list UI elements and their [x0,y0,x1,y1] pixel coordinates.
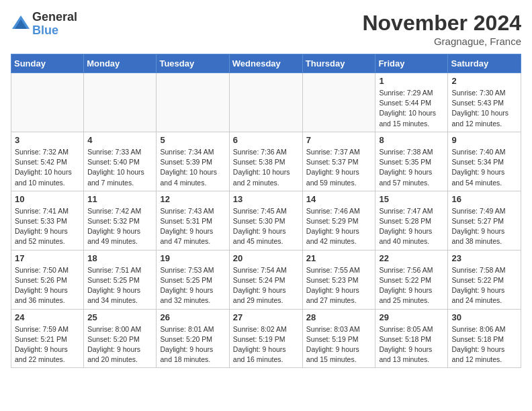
table-row: 9Sunrise: 7:40 AM Sunset: 5:34 PM Daylig… [448,132,521,191]
day-number: 7 [306,135,372,145]
table-row: 23Sunrise: 7:58 AM Sunset: 5:22 PM Dayli… [448,250,521,309]
day-info: Sunrise: 7:46 AM Sunset: 5:29 PM Dayligh… [306,206,372,247]
day-info: Sunrise: 7:56 AM Sunset: 5:22 PM Dayligh… [379,265,444,306]
day-info: Sunrise: 7:43 AM Sunset: 5:31 PM Dayligh… [160,206,225,247]
day-info: Sunrise: 7:29 AM Sunset: 5:44 PM Dayligh… [379,88,444,129]
day-info: Sunrise: 7:54 AM Sunset: 5:24 PM Dayligh… [233,265,299,306]
day-number: 23 [451,253,517,263]
table-row: 29Sunrise: 8:05 AM Sunset: 5:18 PM Dayli… [375,309,448,368]
location-title: Gragnague, France [362,36,521,47]
day-info: Sunrise: 7:36 AM Sunset: 5:38 PM Dayligh… [233,147,299,188]
day-number: 25 [87,312,152,322]
day-number: 21 [306,253,372,263]
day-info: Sunrise: 7:41 AM Sunset: 5:33 PM Dayligh… [15,206,80,247]
calendar: Sunday Monday Tuesday Wednesday Thursday… [11,54,521,368]
table-row: 4Sunrise: 7:33 AM Sunset: 5:40 PM Daylig… [84,132,157,191]
day-info: Sunrise: 7:30 AM Sunset: 5:43 PM Dayligh… [451,88,517,129]
day-number: 9 [451,135,517,145]
table-row: 8Sunrise: 7:38 AM Sunset: 5:35 PM Daylig… [375,132,448,191]
day-info: Sunrise: 7:34 AM Sunset: 5:39 PM Dayligh… [160,147,225,188]
day-number: 4 [87,135,152,145]
header-monday: Monday [84,54,157,73]
day-info: Sunrise: 7:55 AM Sunset: 5:23 PM Dayligh… [306,265,372,306]
day-info: Sunrise: 7:50 AM Sunset: 5:26 PM Dayligh… [15,265,80,306]
day-number: 16 [451,194,517,204]
day-number: 28 [306,312,372,322]
title-area: November 2024 Gragnague, France [362,11,521,47]
day-info: Sunrise: 7:45 AM Sunset: 5:30 PM Dayligh… [233,206,299,247]
header-thursday: Thursday [302,54,375,73]
table-row: 17Sunrise: 7:50 AM Sunset: 5:26 PM Dayli… [11,250,84,309]
day-number: 14 [306,194,372,204]
logo: General Blue [11,11,77,38]
header-tuesday: Tuesday [157,54,229,73]
calendar-header-row: Sunday Monday Tuesday Wednesday Thursday… [11,54,521,73]
table-row [302,73,375,132]
logo-blue: Blue [32,24,77,38]
logo-icon [11,14,31,34]
table-row: 25Sunrise: 8:00 AM Sunset: 5:20 PM Dayli… [84,309,157,368]
calendar-week-row: 3Sunrise: 7:32 AM Sunset: 5:42 PM Daylig… [11,132,521,191]
day-number: 5 [160,135,225,145]
day-number: 12 [160,194,225,204]
day-info: Sunrise: 7:51 AM Sunset: 5:25 PM Dayligh… [87,265,152,306]
day-number: 8 [379,135,444,145]
day-info: Sunrise: 8:06 AM Sunset: 5:18 PM Dayligh… [451,324,517,365]
header-friday: Friday [375,54,448,73]
table-row: 1Sunrise: 7:29 AM Sunset: 5:44 PM Daylig… [375,73,448,132]
table-row: 27Sunrise: 8:02 AM Sunset: 5:19 PM Dayli… [229,309,302,368]
day-info: Sunrise: 7:33 AM Sunset: 5:40 PM Dayligh… [87,147,152,188]
logo-general: General [32,11,77,24]
header-saturday: Saturday [448,54,521,73]
header: General Blue November 2024 Gragnague, Fr… [11,11,521,47]
table-row: 28Sunrise: 8:03 AM Sunset: 5:19 PM Dayli… [302,309,375,368]
table-row: 19Sunrise: 7:53 AM Sunset: 5:25 PM Dayli… [157,250,229,309]
table-row: 13Sunrise: 7:45 AM Sunset: 5:30 PM Dayli… [229,191,302,250]
table-row [11,73,84,132]
day-info: Sunrise: 7:47 AM Sunset: 5:28 PM Dayligh… [379,206,444,247]
day-number: 20 [233,253,299,263]
day-info: Sunrise: 8:05 AM Sunset: 5:18 PM Dayligh… [379,324,444,365]
day-number: 17 [15,253,80,263]
day-number: 11 [87,194,152,204]
table-row: 14Sunrise: 7:46 AM Sunset: 5:29 PM Dayli… [302,191,375,250]
day-info: Sunrise: 7:49 AM Sunset: 5:27 PM Dayligh… [451,206,517,247]
day-number: 27 [233,312,299,322]
table-row [84,73,157,132]
day-info: Sunrise: 7:58 AM Sunset: 5:22 PM Dayligh… [451,265,517,306]
day-info: Sunrise: 8:01 AM Sunset: 5:20 PM Dayligh… [160,324,225,365]
day-number: 15 [379,194,444,204]
day-number: 22 [379,253,444,263]
table-row: 20Sunrise: 7:54 AM Sunset: 5:24 PM Dayli… [229,250,302,309]
table-row: 16Sunrise: 7:49 AM Sunset: 5:27 PM Dayli… [448,191,521,250]
day-info: Sunrise: 8:00 AM Sunset: 5:20 PM Dayligh… [87,324,152,365]
day-number: 3 [15,135,80,145]
calendar-week-row: 17Sunrise: 7:50 AM Sunset: 5:26 PM Dayli… [11,250,521,309]
table-row: 6Sunrise: 7:36 AM Sunset: 5:38 PM Daylig… [229,132,302,191]
day-info: Sunrise: 7:40 AM Sunset: 5:34 PM Dayligh… [451,147,517,188]
day-number: 1 [379,76,444,86]
table-row: 22Sunrise: 7:56 AM Sunset: 5:22 PM Dayli… [375,250,448,309]
table-row: 24Sunrise: 7:59 AM Sunset: 5:21 PM Dayli… [11,309,84,368]
day-number: 18 [87,253,152,263]
day-info: Sunrise: 7:37 AM Sunset: 5:37 PM Dayligh… [306,147,372,188]
table-row: 10Sunrise: 7:41 AM Sunset: 5:33 PM Dayli… [11,191,84,250]
calendar-week-row: 24Sunrise: 7:59 AM Sunset: 5:21 PM Dayli… [11,309,521,368]
day-info: Sunrise: 7:59 AM Sunset: 5:21 PM Dayligh… [15,324,80,365]
day-number: 13 [233,194,299,204]
calendar-week-row: 1Sunrise: 7:29 AM Sunset: 5:44 PM Daylig… [11,73,521,132]
table-row: 12Sunrise: 7:43 AM Sunset: 5:31 PM Dayli… [157,191,229,250]
month-title: November 2024 [362,11,521,36]
table-row: 11Sunrise: 7:42 AM Sunset: 5:32 PM Dayli… [84,191,157,250]
table-row: 15Sunrise: 7:47 AM Sunset: 5:28 PM Dayli… [375,191,448,250]
header-wednesday: Wednesday [229,54,302,73]
header-sunday: Sunday [11,54,84,73]
day-info: Sunrise: 7:38 AM Sunset: 5:35 PM Dayligh… [379,147,444,188]
calendar-week-row: 10Sunrise: 7:41 AM Sunset: 5:33 PM Dayli… [11,191,521,250]
day-number: 30 [451,312,517,322]
day-number: 6 [233,135,299,145]
day-info: Sunrise: 8:02 AM Sunset: 5:19 PM Dayligh… [233,324,299,365]
day-info: Sunrise: 7:32 AM Sunset: 5:42 PM Dayligh… [15,147,80,188]
table-row: 3Sunrise: 7:32 AM Sunset: 5:42 PM Daylig… [11,132,84,191]
table-row [229,73,302,132]
